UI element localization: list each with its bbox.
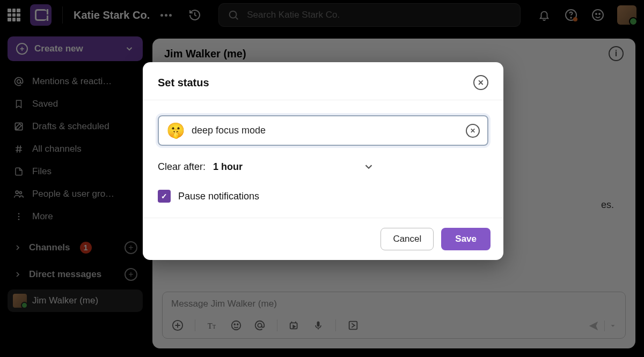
- sidebar-item-label: All channels: [32, 144, 82, 154]
- divider: [604, 321, 605, 331]
- svg-point-6: [599, 13, 600, 14]
- workspace-logo[interactable]: [30, 4, 52, 26]
- body-snippet: es.: [601, 199, 614, 211]
- bookmark-icon: [14, 99, 24, 109]
- search-input[interactable]: [247, 10, 511, 20]
- cancel-button[interactable]: Cancel: [380, 228, 434, 250]
- conversation-title[interactable]: Jim Walker (me): [164, 48, 246, 60]
- dms-label: Direct messages: [29, 269, 101, 280]
- sidebar-item-files[interactable]: Files: [8, 161, 143, 182]
- svg-point-0: [230, 11, 237, 18]
- svg-point-3: [570, 17, 572, 18]
- pause-notifications-label: Pause notifications: [178, 191, 259, 202]
- svg-marker-24: [293, 325, 295, 328]
- svg-rect-25: [317, 322, 320, 327]
- chevron-down-icon[interactable]: [363, 161, 375, 173]
- more-vertical-icon: [14, 211, 24, 222]
- svg-text:T: T: [208, 322, 213, 330]
- user-avatar[interactable]: [617, 5, 636, 25]
- svg-point-20: [234, 324, 235, 325]
- composer-placeholder: Message Jim Walker (me): [171, 299, 617, 309]
- channels-badge: 1: [80, 242, 92, 254]
- channels-icon: [13, 144, 24, 154]
- svg-line-1: [236, 17, 238, 19]
- svg-point-7: [17, 80, 21, 84]
- svg-point-12: [18, 216, 20, 218]
- svg-point-10: [19, 191, 21, 194]
- add-channel-icon[interactable]: +: [125, 241, 137, 254]
- chevron-down-icon: [125, 44, 134, 54]
- chevron-right-icon: [13, 270, 23, 279]
- people-icon: [13, 189, 25, 199]
- sidebar-item-label: Mentions & reacti…: [32, 76, 112, 87]
- svg-point-13: [18, 219, 20, 220]
- sidebar-item-label: People & user gro…: [32, 189, 114, 199]
- attach-icon[interactable]: [171, 319, 184, 332]
- clear-after-value[interactable]: 1 hour: [213, 161, 243, 173]
- status-input[interactable]: [192, 125, 459, 136]
- sidebar-item-mentions[interactable]: Mentions & reacti…: [8, 71, 143, 92]
- message-composer[interactable]: Message Jim Walker (me) TT: [162, 292, 626, 339]
- sidebar-item-label: Drafts & scheduled: [32, 121, 109, 132]
- send-options-icon[interactable]: [609, 322, 617, 330]
- history-icon[interactable]: [186, 6, 203, 24]
- video-icon[interactable]: [288, 319, 301, 332]
- mic-icon[interactable]: [312, 319, 325, 332]
- plus-icon: +: [16, 43, 28, 55]
- sidebar-item-label: More: [32, 211, 53, 222]
- svg-point-19: [232, 321, 241, 330]
- format-icon[interactable]: TT: [206, 319, 219, 332]
- save-button[interactable]: Save: [441, 228, 491, 250]
- divider: [195, 319, 195, 331]
- draft-icon: [13, 121, 24, 132]
- pause-notifications-checkbox[interactable]: ✓: [158, 190, 171, 203]
- workspace-more-icon[interactable]: [158, 8, 173, 23]
- sidebar-item-more[interactable]: More: [8, 206, 143, 227]
- chevron-right-icon: [13, 243, 23, 252]
- sidebar-item-all-channels[interactable]: All channels: [8, 138, 143, 160]
- self-avatar: [13, 294, 27, 308]
- emoji-picker-icon[interactable]: [230, 319, 243, 332]
- app-switcher-icon[interactable]: [8, 9, 20, 21]
- divider: [62, 6, 63, 24]
- set-status-modal: Set status ✕ 🤫 ✕ Clear after: 1 hour ✓ P…: [143, 62, 503, 260]
- sidebar-item-people[interactable]: People & user gro…: [8, 183, 143, 205]
- add-dm-icon[interactable]: +: [125, 268, 137, 281]
- svg-point-11: [18, 213, 20, 214]
- close-icon[interactable]: ✕: [473, 75, 488, 90]
- svg-text:T: T: [213, 324, 216, 330]
- create-new-label: Create new: [34, 43, 83, 54]
- svg-point-22: [258, 323, 261, 327]
- shortcut-icon[interactable]: [347, 319, 360, 332]
- help-icon[interactable]: [564, 8, 579, 23]
- svg-point-4: [592, 10, 603, 20]
- sidebar-item-saved[interactable]: Saved: [8, 93, 143, 115]
- sidebar-item-drafts[interactable]: Drafts & scheduled: [8, 116, 143, 137]
- workspace-name[interactable]: Katie Stark Co.: [74, 9, 150, 21]
- svg-point-21: [237, 324, 238, 325]
- clear-input-icon[interactable]: ✕: [466, 124, 480, 138]
- emoji-icon[interactable]: [590, 8, 605, 23]
- modal-title: Set status: [158, 77, 209, 89]
- svg-point-5: [596, 13, 597, 14]
- search-icon: [228, 9, 239, 21]
- divider: [277, 319, 277, 331]
- mention-icon[interactable]: [253, 319, 266, 332]
- status-input-wrap[interactable]: 🤫 ✕: [158, 115, 488, 146]
- svg-rect-26: [349, 322, 357, 330]
- channels-label: Channels: [29, 242, 70, 253]
- notifications-icon[interactable]: [537, 8, 552, 23]
- divider: [335, 319, 336, 331]
- svg-point-9: [16, 191, 18, 194]
- search-bar[interactable]: [218, 3, 521, 27]
- channels-section[interactable]: Channels 1 +: [8, 241, 143, 254]
- at-icon: [13, 76, 24, 87]
- info-icon[interactable]: i: [609, 46, 624, 61]
- file-icon: [14, 166, 24, 177]
- clear-after-label: Clear after:: [158, 161, 206, 173]
- create-new-button[interactable]: + Create new: [8, 36, 143, 61]
- self-dm-item[interactable]: Jim Walker (me): [8, 289, 143, 312]
- dms-section[interactable]: Direct messages +: [8, 268, 143, 281]
- status-emoji[interactable]: 🤫: [166, 122, 185, 139]
- send-icon[interactable]: [587, 320, 600, 332]
